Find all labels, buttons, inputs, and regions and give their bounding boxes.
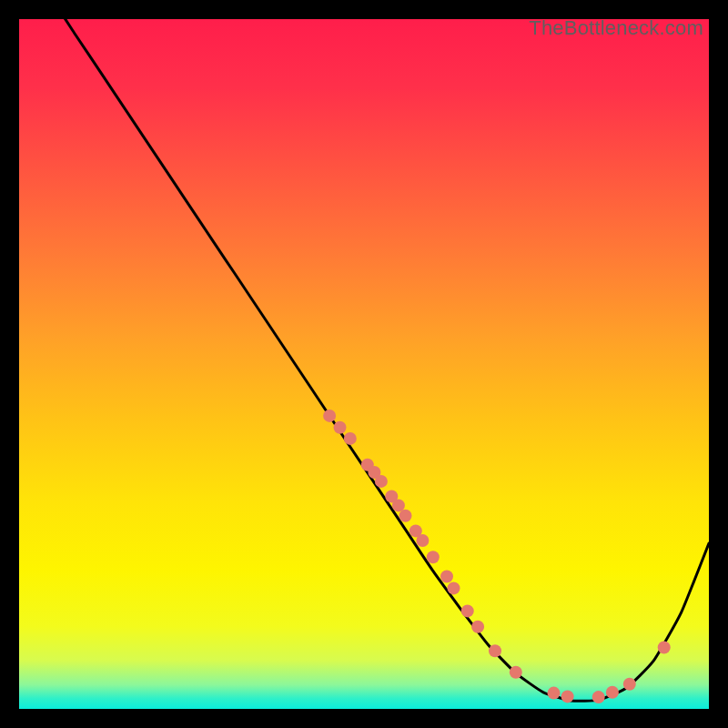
watermark-text: TheBottleneck.com	[529, 19, 703, 40]
data-point	[440, 571, 453, 583]
data-point	[471, 621, 484, 633]
data-point	[489, 644, 501, 657]
chart-frame: TheBottleneck.com	[15, 15, 713, 713]
data-point	[658, 642, 671, 654]
plot-area: TheBottleneck.com	[19, 19, 709, 709]
highlighted-points	[323, 410, 671, 703]
data-point	[510, 666, 522, 679]
data-point	[427, 551, 440, 563]
data-point	[375, 475, 388, 488]
data-point	[344, 432, 357, 445]
chart-svg	[19, 19, 709, 709]
data-point	[448, 581, 460, 594]
data-point	[548, 687, 561, 700]
data-point	[334, 421, 347, 434]
data-point	[399, 510, 412, 522]
data-point	[606, 686, 619, 699]
bottleneck-curve	[19, 19, 709, 701]
data-point	[416, 534, 429, 547]
data-point	[392, 499, 405, 511]
data-point	[592, 691, 605, 703]
data-point	[323, 410, 336, 422]
data-point	[623, 678, 636, 691]
data-point	[461, 604, 474, 617]
data-point	[561, 690, 574, 703]
